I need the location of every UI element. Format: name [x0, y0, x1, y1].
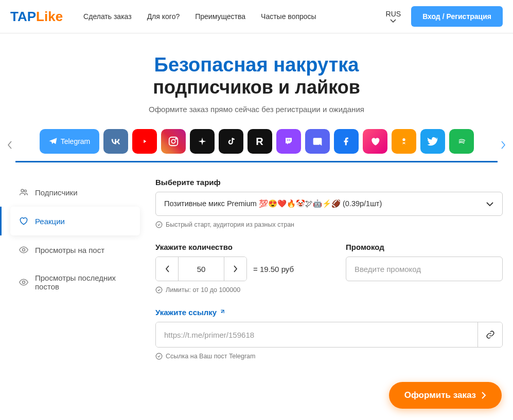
- sidebar-item-label: Подписчики: [35, 188, 78, 197]
- platform-sparkle[interactable]: [190, 129, 215, 154]
- spotify-icon: [456, 136, 467, 147]
- hero-subtitle: подписчиков и лайков: [10, 77, 503, 98]
- quantity-input[interactable]: [179, 257, 224, 281]
- quantity-increase-button[interactable]: [224, 257, 246, 281]
- promo-input[interactable]: [346, 257, 503, 281]
- svg-point-8: [23, 281, 25, 284]
- sidebar-item-reactions[interactable]: Реакции: [10, 207, 140, 235]
- nav-benefits[interactable]: Преимущества: [195, 9, 245, 24]
- hero-description: Оформите заказ прямо сейчас без регистра…: [10, 105, 503, 114]
- svg-point-10: [156, 287, 162, 293]
- quantity-decrease-button[interactable]: [156, 257, 179, 281]
- submit-label: Оформить заказ: [404, 390, 476, 400]
- platform-tiktok[interactable]: [219, 129, 243, 154]
- sidebar-item-label: Реакции: [35, 217, 65, 226]
- platform-label: Telegram: [61, 137, 91, 145]
- heart-icon: [19, 216, 29, 226]
- check-circle-icon: [155, 221, 163, 228]
- users-icon: [19, 187, 29, 197]
- instagram-icon: [168, 136, 179, 147]
- likee-icon: [370, 136, 380, 147]
- quantity-stepper: [155, 257, 247, 281]
- tiktok-icon: [226, 137, 236, 146]
- twitter-icon: [428, 136, 438, 147]
- hero-title: Безопасная накрутка: [10, 54, 503, 77]
- facebook-icon: [342, 137, 351, 146]
- svg-point-3: [402, 138, 405, 141]
- platform-youtube[interactable]: [132, 129, 157, 154]
- arrow-down-icon: [220, 309, 227, 316]
- platform-twitch[interactable]: [276, 129, 301, 154]
- chevron-right-icon: [233, 265, 238, 273]
- order-form: Выберите тариф Позитивные микс Premium 💯…: [155, 178, 503, 360]
- sidebar-item-postviews[interactable]: Просмотры на пост: [10, 235, 140, 264]
- ok-icon: [400, 136, 408, 147]
- chevron-down-icon: [390, 19, 396, 23]
- carousel-next-button[interactable]: [498, 138, 509, 154]
- link-hint: Ссылка на Ваш пост Telegram: [155, 353, 503, 360]
- carousel-prev-button[interactable]: [4, 138, 15, 154]
- platform-ok[interactable]: [392, 129, 416, 154]
- main-nav: Сделать заказ Для кого? Преимущества Час…: [83, 9, 375, 24]
- eye-icon: [19, 277, 29, 287]
- link-input[interactable]: [156, 322, 477, 347]
- chevron-left-icon: [7, 141, 12, 149]
- svg-point-9: [156, 222, 162, 228]
- sidebar: Подписчики Реакции Просмотры на пост Про…: [10, 178, 140, 360]
- main-content: Подписчики Реакции Просмотры на пост Про…: [0, 162, 513, 370]
- platform-list: Telegram R: [15, 129, 498, 162]
- sparkle-icon: [198, 137, 207, 146]
- check-circle-icon: [155, 353, 163, 360]
- nav-order[interactable]: Сделать заказ: [83, 9, 132, 24]
- platform-likee[interactable]: [363, 129, 387, 154]
- hero: Безопасная накрутка подписчиков и лайков…: [0, 33, 513, 124]
- logo[interactable]: TAPLike: [10, 9, 63, 25]
- twitch-icon: [284, 137, 293, 146]
- sidebar-item-label: Просмотры последних постов: [35, 273, 132, 291]
- submit-order-button[interactable]: Оформить заказ: [389, 382, 502, 409]
- eye-icon: [19, 245, 29, 255]
- svg-point-7: [23, 249, 25, 251]
- nav-forwhom[interactable]: Для кого?: [147, 9, 180, 24]
- r-icon: R: [256, 136, 263, 148]
- language-label: RUS: [386, 10, 401, 18]
- platform-rutube[interactable]: R: [247, 129, 272, 154]
- login-button[interactable]: Вход / Регистрация: [411, 6, 503, 27]
- platform-spotify[interactable]: [449, 129, 474, 154]
- tariff-selected-value: Позитивные микс Premium 💯😍❤️🔥🤡🕊🤖⚡️🏈 (0.3…: [164, 199, 382, 208]
- platform-twitter[interactable]: [420, 129, 445, 154]
- promo-label: Промокод: [346, 243, 503, 251]
- sidebar-item-recentviews[interactable]: Просмотры последних постов: [10, 264, 140, 300]
- platform-facebook[interactable]: [334, 129, 359, 154]
- svg-point-1: [171, 139, 175, 143]
- telegram-icon: [48, 137, 58, 146]
- svg-point-2: [175, 138, 176, 139]
- platform-discord[interactable]: [305, 129, 330, 154]
- platform-instagram[interactable]: [161, 129, 186, 154]
- language-selector[interactable]: RUS: [386, 10, 401, 23]
- svg-point-5: [21, 189, 24, 192]
- header: TAPLike Сделать заказ Для кого? Преимуще…: [0, 0, 513, 33]
- link-field: [155, 322, 503, 348]
- tariff-label: Выберите тариф: [155, 178, 503, 187]
- sidebar-item-subscribers[interactable]: Подписчики: [10, 178, 140, 207]
- link-icon: [486, 330, 495, 339]
- platform-vk[interactable]: [103, 129, 128, 154]
- quantity-limits: Лимиты: от 10 до 100000: [155, 286, 330, 294]
- nav-faq[interactable]: Частые вопросы: [261, 9, 316, 24]
- chevron-down-icon: [486, 202, 494, 207]
- sidebar-item-label: Просмотры на пост: [35, 246, 104, 254]
- link-label: Укажите ссылку: [155, 308, 503, 317]
- youtube-icon: [139, 136, 150, 147]
- chevron-right-icon: [481, 391, 486, 399]
- chevron-left-icon: [165, 265, 170, 273]
- discord-icon: [312, 136, 323, 147]
- link-paste-button[interactable]: [477, 322, 502, 347]
- quantity-label: Укажите количество: [155, 243, 330, 251]
- platform-telegram[interactable]: Telegram: [40, 129, 99, 154]
- svg-point-11: [156, 353, 162, 359]
- tariff-select[interactable]: Позитивные микс Premium 💯😍❤️🔥🤡🕊🤖⚡️🏈 (0.3…: [155, 192, 503, 216]
- check-circle-icon: [155, 286, 163, 294]
- chevron-right-icon: [501, 141, 506, 149]
- price-display: = 19.50 руб: [253, 265, 294, 273]
